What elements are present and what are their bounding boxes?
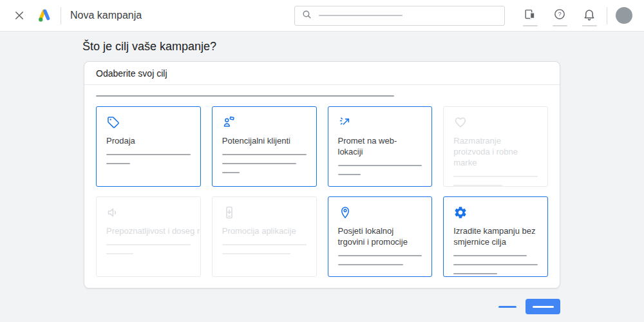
- goal-label: Promocija aplikacije: [222, 225, 307, 236]
- topbar-action-notifications: [580, 5, 598, 26]
- header-divider: [61, 7, 61, 24]
- redacted-text-line: [106, 154, 191, 155]
- redacted-description-lines: [338, 165, 422, 175]
- redacted-link-line: [498, 306, 516, 308]
- goal-grid: ProdajaPotencijalni klijentiPromet na we…: [96, 106, 548, 277]
- redacted-description-line: [96, 95, 394, 97]
- speaker-icon: [106, 205, 120, 220]
- topbar-actions: ?: [515, 5, 604, 26]
- redacted-text-line: [106, 244, 191, 245]
- redacted-text-line: [222, 244, 307, 245]
- redacted-text-line: [338, 174, 361, 175]
- goal-card-promet-na-web-lokaciji[interactable]: Promet na web-lokaciji: [328, 106, 433, 187]
- redacted-label-line: [553, 25, 567, 26]
- redacted-text-line: [106, 163, 130, 164]
- topbar-action-reports: [521, 5, 539, 26]
- goal-card-potencijalni-klijenti[interactable]: Potencijalni klijenti: [212, 106, 317, 187]
- redacted-description-lines: [222, 244, 307, 254]
- close-icon[interactable]: [10, 6, 28, 24]
- cancel-link[interactable]: [495, 302, 520, 312]
- footer-actions: [0, 299, 560, 314]
- goal-label: Promet na web-lokaciji: [338, 135, 422, 157]
- location-pin-icon: [338, 205, 352, 220]
- reports-icon[interactable]: [521, 5, 539, 23]
- page-heading: Što je cilj vaše kampanje?: [82, 40, 644, 53]
- redacted-description-lines: [222, 154, 307, 173]
- search-input[interactable]: [294, 6, 505, 26]
- topbar-action-help: ?: [551, 5, 569, 26]
- redacted-label-line: [523, 25, 538, 26]
- redacted-description-lines: [106, 244, 191, 254]
- redacted-label-line: [582, 25, 597, 26]
- goal-label: Prepoznatljivost i doseg robne marke: [106, 225, 201, 236]
- avatar-divider: [607, 7, 607, 24]
- goal-card-posjeti-lokalnoj-trgovini[interactable]: Posjeti lokalnoj trgovini i promocije: [328, 196, 433, 277]
- google-ads-logo: [36, 7, 53, 24]
- redacted-text-line: [222, 253, 290, 254]
- goal-label: Prodaja: [106, 135, 191, 146]
- redacted-text-line: [453, 273, 497, 274]
- tag-icon: [106, 115, 120, 129]
- goal-card-prepoznatljivost-doseg: Prepoznatljivost i doseg robne marke: [96, 196, 201, 277]
- redacted-text-line: [222, 154, 307, 155]
- redacted-text-line: [453, 176, 538, 177]
- redacted-description-lines: [453, 255, 538, 274]
- redacted-text-line: [222, 163, 296, 164]
- heart-icon: [453, 115, 468, 129]
- goal-card-bez-smjernice-cilja[interactable]: Izradite kampanju bez smjernice cilja: [443, 196, 548, 277]
- redacted-description-lines: [338, 255, 422, 265]
- goal-label: Posjeti lokalnoj trgovini i promocije: [338, 225, 422, 247]
- help-icon[interactable]: ?: [551, 5, 569, 23]
- redacted-text-line: [453, 264, 538, 265]
- page-title: Nova kampanja: [70, 10, 142, 21]
- leads-icon: [222, 115, 236, 129]
- redacted-text-line: [338, 255, 422, 256]
- goal-card-promocija-aplikacije: Promocija aplikacije: [212, 196, 317, 277]
- goal-label: Izradite kampanju bez smjernice cilja: [453, 225, 538, 247]
- svg-text:?: ?: [558, 11, 561, 17]
- redacted-text-line: [222, 172, 240, 173]
- redacted-text-line: [338, 264, 404, 265]
- redacted-button-line: [533, 306, 554, 308]
- redacted-text-line: [453, 185, 502, 186]
- goal-card-razmatranje-proizvoda: Razmatranje proizvoda i robne marke: [443, 106, 548, 187]
- redacted-text-line: [106, 253, 133, 254]
- redacted-text-line: [338, 165, 422, 166]
- gear-icon: [453, 205, 468, 220]
- main-content: Što je cilj vaše kampanje? Odaberite svo…: [0, 32, 644, 314]
- panel-title: Odaberite svoj cilj: [84, 62, 560, 85]
- goal-panel: Odaberite svoj cilj ProdajaPotencijalni …: [84, 61, 560, 289]
- bell-icon[interactable]: [580, 5, 598, 23]
- redacted-description-lines: [453, 176, 538, 186]
- search-icon: [301, 9, 312, 23]
- redacted-text-line: [453, 255, 527, 256]
- goal-label: Razmatranje proizvoda i robne marke: [453, 135, 538, 168]
- cursor-click-icon: [338, 115, 352, 129]
- app-promo-icon: [222, 205, 236, 220]
- top-bar: Nova kampanja ?: [0, 0, 644, 32]
- redacted-search-text: [319, 15, 402, 16]
- avatar[interactable]: [616, 7, 632, 24]
- continue-button[interactable]: [526, 299, 560, 314]
- redacted-description-lines: [106, 154, 191, 164]
- goal-card-prodaja[interactable]: Prodaja: [96, 106, 201, 187]
- panel-body: ProdajaPotencijalni klijentiPromet na we…: [84, 85, 560, 288]
- goal-label: Potencijalni klijenti: [222, 135, 307, 146]
